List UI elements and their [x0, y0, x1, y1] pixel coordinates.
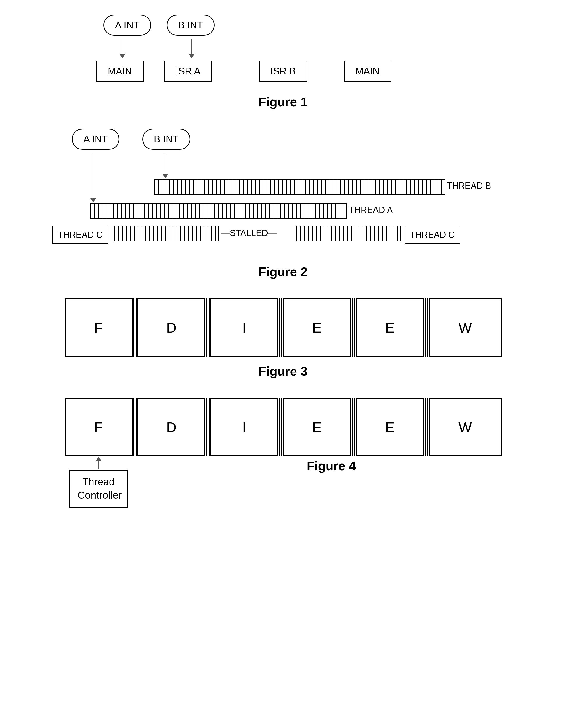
figure-4-pipeline: F D I	[65, 398, 502, 456]
fig2-thread-c-right-label: THREAD C	[405, 226, 460, 244]
fig2-thread-b-bar	[154, 179, 445, 195]
fig4-tc-arrow-head	[96, 457, 101, 461]
fig4-tc-arrow-line	[98, 457, 99, 469]
fig4-label: Figure 4	[307, 459, 356, 473]
fig4-div-1	[132, 398, 137, 456]
fig3-div-2	[205, 298, 210, 357]
fig2-thread-a-bar	[90, 203, 348, 219]
fig1-arrow-b	[191, 39, 191, 58]
fig3-stage-i: I	[210, 298, 278, 357]
fig2-stalled-text: —STALLED—	[221, 228, 277, 238]
figure-2-diagram: A INT B INT THREAD B THREAD A THREAD C —	[52, 129, 514, 257]
fig2-arrow-a	[92, 154, 93, 203]
fig2-thread-a-label: THREAD A	[349, 205, 393, 215]
fig2-thread-b-label: THREAD B	[447, 181, 491, 191]
fig3-stage-e2: E	[356, 298, 424, 357]
fig4-stage-d: D	[137, 398, 205, 456]
fig4-stage-f: F	[65, 398, 132, 456]
fig2-b-int: B INT	[142, 129, 190, 150]
fig3-stage-e1: E	[283, 298, 351, 357]
fig2-a-int: A INT	[72, 129, 119, 150]
fig3-div-5	[424, 298, 429, 357]
fig1-main1: MAIN	[96, 61, 144, 82]
fig2-thread-c-left-bar	[114, 226, 219, 241]
fig1-label: Figure 1	[258, 95, 308, 109]
thread-controller-label: ThreadController	[78, 476, 122, 501]
fig1-isr-a: ISR A	[164, 61, 212, 82]
fig3-stage-w: W	[429, 298, 502, 357]
figure-3-section: F D I E	[24, 298, 542, 379]
fig2-arrow-b	[165, 154, 165, 178]
fig3-div-3	[278, 298, 283, 357]
fig3-div-4	[351, 298, 356, 357]
fig1-b-int: B INT	[166, 15, 215, 36]
figure-3-diagram: F D I E	[65, 298, 502, 357]
page-container: A INT B INT MAIN ISR A ISR B MAIN Figure…	[0, 0, 566, 507]
fig3-div-1	[132, 298, 137, 357]
fig3-stage-d: D	[137, 298, 205, 357]
fig3-stage-f: F	[65, 298, 132, 357]
fig3-label: Figure 3	[258, 364, 308, 379]
fig4-stage-i: I	[210, 398, 278, 456]
figure-4-section: F D I	[24, 398, 542, 473]
figure-2-section: A INT B INT THREAD B THREAD A THREAD C —	[24, 129, 542, 279]
fig2-thread-c-right-bar	[297, 226, 401, 241]
fig4-stage-w: W	[429, 398, 502, 456]
fig1-main2: MAIN	[344, 61, 392, 82]
fig4-div-3	[278, 398, 283, 456]
fig4-stage-e2: E	[356, 398, 424, 456]
fig4-stage-e1: E	[283, 398, 351, 456]
fig4-div-2	[205, 398, 210, 456]
fig4-div-5	[424, 398, 429, 456]
figure-4-diagram: F D I	[65, 398, 502, 456]
figure-1-diagram: A INT B INT MAIN ISR A ISR B MAIN	[89, 15, 477, 87]
fig2-label: Figure 2	[258, 265, 308, 279]
fig1-isr-b: ISR B	[259, 61, 308, 82]
fig4-div-4	[351, 398, 356, 456]
fig1-arrow-a	[122, 39, 122, 58]
thread-controller-box: ThreadController	[69, 470, 128, 508]
fig2-thread-c-left-label: THREAD C	[52, 226, 108, 244]
figure-1-section: A INT B INT MAIN ISR A ISR B MAIN Figure…	[24, 15, 542, 109]
fig1-a-int: A INT	[103, 15, 151, 36]
